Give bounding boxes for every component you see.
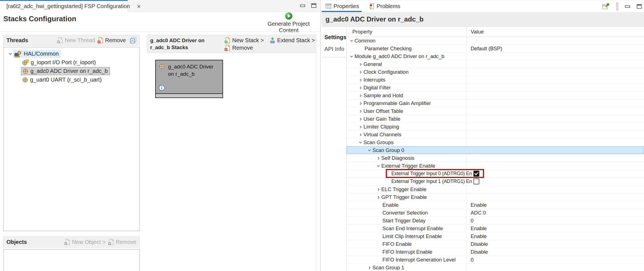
column-header-value[interactable]: Value bbox=[467, 27, 644, 37]
chevron-icon[interactable]: › bbox=[349, 38, 355, 44]
property-label: Self Diagnosis bbox=[381, 155, 414, 161]
thread-tree-item[interactable]: g_adc0 ADC Driver on r_adc_b bbox=[4, 67, 139, 75]
pin-view-button[interactable] bbox=[602, 3, 609, 10]
property-label: External Trigger Input 1 (ADTRG1) En bbox=[391, 179, 472, 184]
chevron-icon[interactable]: › bbox=[358, 61, 363, 67]
stack-box[interactable]: g_adc0 ADC Driver on r_adc_b bbox=[155, 60, 223, 98]
chevron-icon[interactable]: › bbox=[358, 77, 363, 83]
property-row[interactable]: ›Programmable Gain Amplifier bbox=[347, 99, 644, 107]
property-label: Programmable Gain Amplifier bbox=[363, 100, 431, 106]
property-row[interactable]: ›Self Diagnosis bbox=[347, 154, 644, 162]
property-row[interactable]: Scan End Interrupt EnableEnable bbox=[347, 225, 644, 232]
tab-properties[interactable]: Properties bbox=[324, 0, 360, 12]
chevron-icon[interactable]: › bbox=[376, 194, 381, 200]
chevron-icon[interactable]: › bbox=[358, 140, 364, 145]
remove-thread-button[interactable]: Remove bbox=[97, 37, 126, 44]
view-menu-icon[interactable] bbox=[616, 3, 618, 10]
chevron-icon[interactable]: › bbox=[367, 148, 373, 153]
chevron-icon[interactable]: › bbox=[358, 92, 363, 99]
thread-tree-item[interactable]: g_uart0 UART (r_sci_b_uart) bbox=[4, 75, 139, 84]
property-row[interactable]: ›Sample and Hold bbox=[347, 92, 644, 99]
property-row[interactable]: ›Digital Filter bbox=[347, 84, 644, 92]
property-row[interactable]: Converter SelectionADC 0 bbox=[347, 209, 644, 217]
extend-stack-button[interactable]: Extend Stack > bbox=[269, 37, 315, 44]
value-label: 0 bbox=[471, 257, 473, 263]
chevron-icon[interactable]: › bbox=[376, 155, 381, 161]
property-row[interactable]: ›Module g_adc0 ADC Driver on r_adc_b bbox=[347, 53, 644, 60]
property-row[interactable]: ›Interrupts bbox=[347, 76, 644, 84]
property-row[interactable]: ›GPT Trigger Enable bbox=[347, 193, 644, 201]
property-row[interactable]: EnableEnable bbox=[347, 201, 644, 209]
property-row[interactable]: ›Virtual Channels bbox=[347, 131, 644, 139]
property-row[interactable]: External Trigger Input 1 (ADTRG1) En bbox=[347, 178, 644, 186]
chevron-icon[interactable]: › bbox=[349, 54, 355, 59]
remove-object-button[interactable]: Remove bbox=[108, 239, 137, 245]
property-row[interactable]: FIFO EnableDisable bbox=[347, 240, 644, 248]
tree-chevron-icon[interactable]: › bbox=[7, 51, 14, 57]
property-label: Clock Configuration bbox=[363, 69, 408, 75]
property-row[interactable]: FIFO Interrupt Generation Level0 bbox=[347, 256, 644, 264]
value-label: 0 bbox=[471, 218, 473, 224]
remove-stack-button[interactable]: Remove bbox=[224, 45, 315, 51]
sidebar-item-api-info[interactable]: API Info bbox=[322, 43, 346, 55]
chevron-icon[interactable]: › bbox=[358, 100, 363, 106]
new-stack-button[interactable]: New Stack > bbox=[224, 37, 264, 44]
threads-tree: › HAL/Common g_ioport I/O Port (r_ioport… bbox=[3, 47, 140, 231]
view-maximize-icon[interactable] bbox=[637, 4, 642, 9]
editor-minimize-icon[interactable] bbox=[300, 4, 305, 7]
property-label: Parameter Checking bbox=[365, 46, 412, 52]
view-minimize-icon[interactable] bbox=[625, 5, 630, 8]
thread-tree-item[interactable]: › HAL/Common bbox=[4, 49, 139, 58]
extend-stack-label: Extend Stack > bbox=[277, 37, 315, 44]
property-row[interactable]: Parameter CheckingDefault (BSP) bbox=[347, 45, 644, 53]
remove-thread-label: Remove bbox=[105, 37, 126, 44]
property-row[interactable]: ›ELC Trigger Enable bbox=[347, 186, 644, 193]
new-object-button[interactable]: New Object > bbox=[64, 239, 106, 245]
chevron-icon[interactable]: › bbox=[358, 108, 363, 114]
property-row[interactable]: ›User Offset Table bbox=[347, 107, 644, 115]
chevron-icon[interactable]: › bbox=[367, 265, 372, 271]
property-row[interactable]: ›Limiter Clipping bbox=[347, 123, 644, 131]
property-row[interactable]: FIFO Interrupt EnableDisable bbox=[347, 248, 644, 256]
editor-maximize-icon[interactable] bbox=[311, 3, 316, 8]
property-row[interactable]: ›Clock Configuration bbox=[347, 68, 644, 76]
property-row[interactable]: ›General bbox=[347, 60, 644, 68]
chevron-icon[interactable]: › bbox=[358, 116, 363, 122]
thread-tree-item[interactable]: g_ioport I/O Port (r_ioport) bbox=[4, 58, 139, 67]
property-row[interactable]: External Trigger Input 0 (ADTRG0) En bbox=[347, 170, 644, 178]
chevron-icon[interactable]: › bbox=[358, 69, 363, 75]
pane-splitter[interactable] bbox=[320, 0, 321, 271]
column-header-property[interactable]: Property bbox=[347, 27, 467, 37]
chevron-icon[interactable]: › bbox=[358, 124, 363, 130]
property-row[interactable]: ›Common bbox=[347, 37, 644, 45]
property-row[interactable]: ›External Trigger Enable bbox=[347, 162, 644, 170]
checkbox[interactable] bbox=[473, 179, 479, 184]
property-row[interactable]: ›Scan Group 0 bbox=[347, 146, 644, 154]
sidebar-item-settings[interactable]: Settings bbox=[322, 31, 346, 43]
generate-project-content-button[interactable]: Generate Project Content bbox=[260, 12, 318, 34]
editor-pane: [ra6t2_adc_hwi_gettingstarted] FSP Confi… bbox=[0, 0, 320, 271]
module-icon bbox=[22, 77, 28, 83]
chevron-icon[interactable]: › bbox=[376, 186, 381, 192]
chevron-icon[interactable]: › bbox=[358, 132, 363, 138]
chevron-icon[interactable]: › bbox=[375, 163, 382, 169]
property-row[interactable]: Start Trigger Delay0 bbox=[347, 217, 644, 225]
stacks-canvas: g_adc0 ADC Driver on r_adc_b bbox=[147, 53, 316, 271]
tab-problems[interactable]: Problems bbox=[368, 0, 401, 12]
property-row[interactable]: ›Scan Groups bbox=[347, 139, 644, 146]
property-row[interactable]: ›User Gain Table bbox=[347, 115, 644, 123]
property-row[interactable]: ›Scan Group 1 bbox=[347, 264, 644, 271]
new-document-icon bbox=[224, 37, 231, 44]
settings-sidebar: Settings API Info bbox=[322, 27, 347, 271]
chevron-icon[interactable]: › bbox=[358, 85, 363, 91]
close-icon[interactable]: × bbox=[137, 3, 141, 10]
checkbox[interactable] bbox=[473, 171, 479, 177]
stacks-panel-title: g_adc0 ADC Driver on r_adc_b Stacks bbox=[150, 37, 225, 51]
new-thread-button[interactable]: New Thread bbox=[57, 37, 95, 44]
tree-item-label: HAL/Common bbox=[24, 51, 59, 57]
property-row[interactable]: Limit Clip Interrupt EnableEnable bbox=[347, 232, 644, 240]
collapse-panel-button[interactable] bbox=[130, 37, 137, 44]
editor-tab[interactable]: [ra6t2_adc_hwi_gettingstarted] FSP Confi… bbox=[0, 0, 128, 12]
property-label: Scan Group 1 bbox=[372, 265, 404, 271]
info-icon[interactable] bbox=[159, 85, 165, 91]
